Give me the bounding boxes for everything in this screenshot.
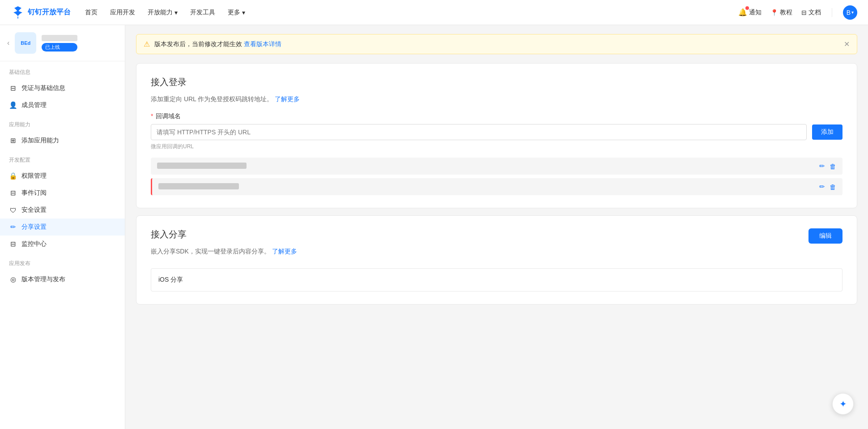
share-section-description: 嵌入分享SDK，实现一键登录后内容分享。 了解更多 bbox=[151, 248, 297, 256]
url-list: ✏ 🗑 ✏ 🗑 bbox=[151, 158, 842, 195]
float-action-icon: ✦ bbox=[839, 399, 847, 409]
field-hint: 微应用回调的URL bbox=[151, 143, 842, 150]
required-mark: * bbox=[151, 112, 153, 120]
login-learn-more-link[interactable]: 了解更多 bbox=[275, 95, 300, 103]
events-icon: ⊟ bbox=[9, 189, 17, 197]
url-input-row: 添加 bbox=[151, 124, 842, 140]
credentials-icon: ⊟ bbox=[9, 84, 17, 92]
permissions-icon: 🔒 bbox=[9, 172, 17, 180]
share-learn-more-link[interactable]: 了解更多 bbox=[272, 248, 297, 255]
login-section-title: 接入登录 bbox=[151, 76, 842, 88]
bell-icon: 🔔 bbox=[738, 8, 747, 17]
logo-title: 钉钉开放平台 bbox=[28, 8, 71, 17]
url-item-content bbox=[158, 183, 815, 191]
url-item-actions: ✏ 🗑 bbox=[819, 183, 836, 191]
nav-devtools[interactable]: 开发工具 bbox=[190, 9, 215, 17]
share-section-card: 接入分享 嵌入分享SDK，实现一键登录后内容分享。 了解更多 编辑 iOS 分享 bbox=[136, 215, 857, 305]
app-avatar: BEd bbox=[15, 32, 36, 54]
sidebar-item-members[interactable]: 👤 成员管理 bbox=[0, 97, 125, 114]
sidebar: ‹ BEd 已上线 基础信息 ⊟ 凭证与基础信息 👤 成员管理 应用能力 ⊞ 添… bbox=[0, 25, 125, 429]
members-icon: 👤 bbox=[9, 101, 17, 109]
nav-docs-btn[interactable]: ⊟ 文档 bbox=[801, 9, 821, 17]
delete-url-icon[interactable]: 🗑 bbox=[830, 183, 836, 191]
nav-more[interactable]: 更多 ▾ bbox=[228, 9, 245, 17]
sidebar-item-add-capability[interactable]: ⊞ 添加应用能力 bbox=[0, 132, 125, 149]
sidebar-item-share[interactable]: ✏ 分享设置 bbox=[0, 219, 125, 236]
nav-links: 首页 应用开发 开放能力 ▾ 开发工具 更多 ▾ bbox=[85, 9, 738, 17]
share-section-title: 接入分享 bbox=[151, 228, 297, 240]
url-item-actions: ✏ 🗑 bbox=[819, 162, 836, 170]
nav-tutorial-btn[interactable]: 📍 教程 bbox=[770, 9, 792, 17]
nav-right: 🔔 通知 📍 教程 ⊟ 文档 B ▾ bbox=[738, 5, 857, 20]
main-content: ⚠ 版本发布后，当前修改才能生效 查看版本详情 ✕ 接入登录 添加重定向 URL… bbox=[125, 25, 868, 429]
logo-area: 钉钉开放平台 bbox=[11, 5, 71, 20]
edit-url-icon[interactable]: ✏ bbox=[819, 183, 825, 191]
nav-notice-btn[interactable]: 🔔 通知 bbox=[738, 8, 762, 17]
url-list-item: ✏ 🗑 bbox=[151, 178, 842, 195]
nav-appdev[interactable]: 应用开发 bbox=[110, 9, 135, 17]
sidebar-item-security[interactable]: 🛡 安全设置 bbox=[0, 202, 125, 219]
add-url-button[interactable]: 添加 bbox=[812, 124, 842, 140]
url-value-blurred bbox=[157, 163, 247, 169]
app-info: 已上线 bbox=[42, 35, 77, 51]
section-title-capability: 应用能力 bbox=[0, 114, 125, 132]
sidebar-back-button[interactable]: ‹ bbox=[7, 39, 9, 47]
section-title-basic: 基础信息 bbox=[0, 61, 125, 80]
notice-text: 版本发布后，当前修改才能生效 查看版本详情 bbox=[154, 40, 839, 48]
sidebar-header: ‹ BEd 已上线 bbox=[0, 25, 125, 61]
doc-icon: ⊟ bbox=[801, 9, 807, 16]
notice-close-button[interactable]: ✕ bbox=[844, 40, 850, 48]
avatar-chevron-icon: ▾ bbox=[851, 10, 854, 15]
nav-divider bbox=[832, 8, 832, 17]
share-section-info: 接入分享 嵌入分享SDK，实现一键登录后内容分享。 了解更多 bbox=[151, 228, 297, 265]
chevron-down-icon-more: ▾ bbox=[242, 9, 245, 16]
app-name bbox=[42, 35, 77, 41]
user-avatar[interactable]: B ▾ bbox=[843, 5, 857, 20]
field-label: * 回调域名 bbox=[151, 112, 842, 120]
notice-banner: ⚠ 版本发布后，当前修改才能生效 查看版本详情 ✕ bbox=[136, 34, 857, 54]
url-input[interactable] bbox=[151, 124, 807, 140]
sidebar-item-version[interactable]: ◎ 版本管理与发布 bbox=[0, 271, 125, 288]
login-section-card: 接入登录 添加重定向 URL 作为免登授权码跳转地址。 了解更多 * 回调域名 … bbox=[136, 63, 857, 208]
location-icon: 📍 bbox=[770, 9, 778, 16]
share-icon: ✏ bbox=[9, 223, 17, 231]
url-value-blurred bbox=[158, 183, 239, 189]
sidebar-item-monitor[interactable]: ⊟ 监控中心 bbox=[0, 236, 125, 253]
section-title-devconfig: 开发配置 bbox=[0, 149, 125, 167]
top-nav: 钉钉开放平台 首页 应用开发 开放能力 ▾ 开发工具 更多 ▾ 🔔 通知 📍 教… bbox=[0, 0, 868, 25]
nav-openapi[interactable]: 开放能力 ▾ bbox=[148, 9, 178, 17]
sidebar-item-events[interactable]: ⊟ 事件订阅 bbox=[0, 184, 125, 202]
notice-link[interactable]: 查看版本详情 bbox=[244, 40, 281, 47]
sidebar-item-permissions[interactable]: 🔒 权限管理 bbox=[0, 167, 125, 184]
page-layout: ‹ BEd 已上线 基础信息 ⊟ 凭证与基础信息 👤 成员管理 应用能力 ⊞ 添… bbox=[0, 25, 868, 429]
edit-url-icon[interactable]: ✏ bbox=[819, 162, 825, 170]
float-action-button[interactable]: ✦ bbox=[832, 393, 854, 415]
login-section-description: 添加重定向 URL 作为免登授权码跳转地址。 了解更多 bbox=[151, 95, 842, 103]
ios-share-block: iOS 分享 bbox=[151, 268, 842, 292]
url-item-content bbox=[157, 163, 815, 170]
add-capability-icon: ⊞ bbox=[9, 137, 17, 145]
url-list-item: ✏ 🗑 bbox=[151, 158, 842, 175]
ios-share-title: iOS 分享 bbox=[158, 276, 835, 284]
nav-home[interactable]: 首页 bbox=[85, 9, 98, 17]
section-title-publish: 应用发布 bbox=[0, 253, 125, 271]
logo-icon bbox=[11, 5, 25, 20]
share-card-header: 接入分享 嵌入分享SDK，实现一键登录后内容分享。 了解更多 编辑 bbox=[151, 228, 842, 265]
version-icon: ◎ bbox=[9, 275, 17, 283]
sidebar-item-credentials[interactable]: ⊟ 凭证与基础信息 bbox=[0, 80, 125, 97]
monitor-icon: ⊟ bbox=[9, 240, 17, 248]
notice-warning-icon: ⚠ bbox=[144, 40, 150, 48]
app-status: 已上线 bbox=[42, 43, 77, 51]
chevron-down-icon: ▾ bbox=[174, 9, 178, 16]
share-edit-button[interactable]: 编辑 bbox=[808, 228, 842, 244]
delete-url-icon[interactable]: 🗑 bbox=[830, 163, 836, 170]
security-icon: 🛡 bbox=[9, 206, 17, 214]
